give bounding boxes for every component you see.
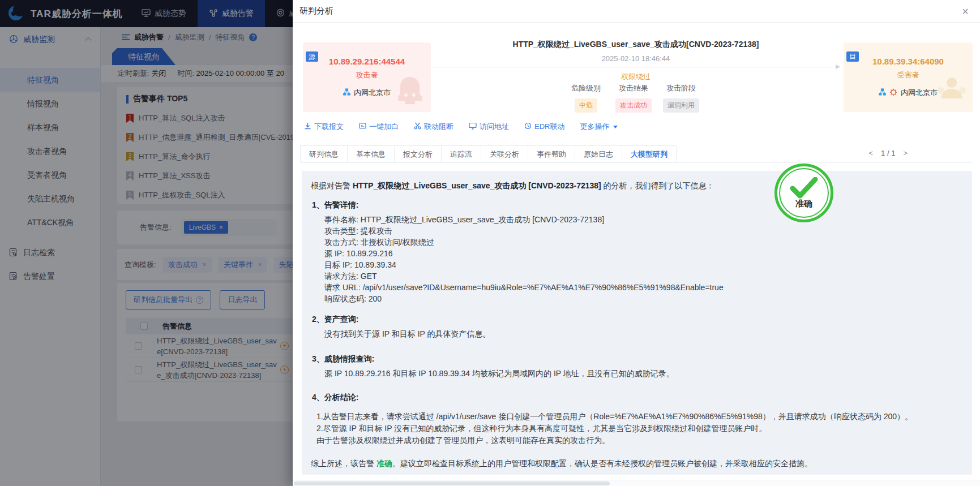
metric-attack-result: 攻击结果 攻击成功 bbox=[615, 83, 652, 113]
status-badge: 攻击成功 bbox=[615, 98, 652, 113]
metric-label: 危险级别 bbox=[571, 83, 601, 93]
action-label: EDR联动 bbox=[534, 122, 564, 132]
action-label: 联动阻断 bbox=[424, 122, 453, 132]
source-ip[interactable]: 10.89.29.216:44544 bbox=[303, 57, 431, 66]
accuracy-stamp: 准确 bbox=[774, 164, 833, 222]
status-badge: 中危 bbox=[575, 98, 597, 113]
virus-icon bbox=[889, 88, 897, 98]
tab-event-help[interactable]: 事件帮助 bbox=[528, 146, 575, 162]
detail-line: 攻击类型: 提权攻击 bbox=[324, 225, 958, 236]
llm-analysis-panel: 根据对告警 HTTP_权限绕过_LiveGBS_user_save_攻击成功 [… bbox=[302, 171, 972, 475]
monitor-icon bbox=[469, 122, 477, 131]
detail-line: 攻击方式: 非授权访问/权限绕过 bbox=[324, 236, 958, 248]
whitelist-button[interactable]: 一键加白 bbox=[359, 122, 399, 132]
intro-event-name: HTTP_权限绕过_LiveGBS_user_save_攻击成功 [CNVD-2… bbox=[353, 181, 601, 190]
action-label: 更多操作 bbox=[580, 122, 609, 132]
detail-line: 事件名称: HTTP_权限绕过_LiveGBS_user_save_攻击成功 [… bbox=[324, 214, 958, 225]
detail-line: 请求方法: GET bbox=[324, 270, 958, 282]
section-asset-query: 没有找到关于源 IP 和目标 IP 的具体资产信息。 bbox=[324, 328, 958, 339]
checkmark-icon bbox=[789, 177, 819, 201]
detail-line: 响应状态码: 200 bbox=[324, 293, 958, 304]
final-verdict-line: 综上所述，该告警 准确。建议立即检查目标系统上的用户管理和权限配置，确认是否有未… bbox=[311, 458, 958, 469]
scrollbar-thumb[interactable] bbox=[294, 481, 610, 485]
attack-direction-arrow bbox=[432, 67, 840, 67]
intro-suffix: 的分析，我们得到了以下信息： bbox=[601, 181, 714, 190]
conclusion-line: 2.尽管源 IP 和目标 IP 没有已知的威胁记录，但这种行为本身具有高度可疑性… bbox=[316, 423, 958, 435]
download-packet-button[interactable]: 下载报文 bbox=[304, 122, 344, 132]
section-title-asset-query: 2、资产查询: bbox=[312, 313, 958, 325]
metric-label: 攻击阶段 bbox=[663, 83, 699, 93]
tab-raw-log[interactable]: 原始日志 bbox=[575, 146, 622, 162]
conclusion-line: 由于告警涉及权限绕过并成功创建了管理员用户，这表明可能存在真实的攻击行为。 bbox=[316, 435, 958, 446]
whitelist-icon bbox=[359, 122, 366, 131]
drawer-actions: 下载报文 一键加白 联动阻断 访问地址 EDR联动 更多操作 bbox=[304, 122, 618, 132]
action-label: 下载报文 bbox=[314, 122, 344, 132]
section-alert-details: 事件名称: HTTP_权限绕过_LiveGBS_user_save_攻击成功 [… bbox=[324, 214, 958, 304]
detail-line: 源 IP 10.89.29.216 和目标 IP 10.89.39.34 均被标… bbox=[324, 368, 958, 379]
event-time: 2025-02-10 18:46:44 bbox=[434, 54, 837, 63]
horizontal-scrollbar[interactable] bbox=[293, 480, 980, 486]
tab-basic-info[interactable]: 基本信息 bbox=[348, 146, 395, 162]
stamp-label: 准确 bbox=[795, 199, 812, 209]
attack-type-label: 权限绕过 bbox=[434, 72, 837, 82]
tab-trace-flow[interactable]: 追踪流 bbox=[442, 146, 481, 162]
more-actions-button[interactable]: 更多操作 bbox=[580, 122, 618, 132]
tab-judgment-info[interactable]: 研判信息 bbox=[301, 146, 348, 162]
target-ip[interactable]: 10.89.39.34:64090 bbox=[844, 57, 973, 66]
drawer-title: 研判分析 bbox=[299, 6, 333, 16]
caret-down-icon bbox=[613, 126, 618, 128]
section-title-threat-intel: 3、威胁情报查询: bbox=[312, 353, 958, 364]
tab-llm-judgment[interactable]: 大模型研判 bbox=[622, 146, 676, 162]
source-card: 源 10.89.29.216:44544 攻击者 内网北京市 bbox=[303, 42, 431, 112]
tab-correlation-analysis[interactable]: 关联分析 bbox=[481, 146, 528, 162]
detail-line: 目标 IP: 10.89.39.34 bbox=[324, 259, 958, 270]
prev-page-button[interactable]: < bbox=[869, 149, 874, 157]
detail-line: 没有找到关于源 IP 和目标 IP 的具体资产信息。 bbox=[324, 328, 958, 339]
network-icon bbox=[879, 88, 886, 97]
download-icon bbox=[304, 122, 311, 131]
block-button[interactable]: 联动阻断 bbox=[414, 122, 453, 132]
edr-icon bbox=[524, 122, 532, 131]
verdict-suffix: 。建议立即检查目标系统上的用户管理和权限配置，确认是否有未经授权的管理员账户被创… bbox=[392, 459, 812, 468]
section-conclusion: 1.从告警日志来看，请求尝试通过 /api/v1/user/save 接口创建一… bbox=[316, 411, 958, 446]
conclusion-line: 1.从告警日志来看，请求尝试通过 /api/v1/user/save 接口创建一… bbox=[316, 411, 958, 423]
victim-watermark-icon bbox=[934, 74, 969, 110]
metric-label: 攻击结果 bbox=[615, 83, 652, 93]
detail-line: 源 IP: 10.89.29.216 bbox=[324, 248, 958, 259]
status-badge: 漏洞利用 bbox=[663, 98, 699, 113]
event-title: HTTP_权限绕过_LiveGBS_user_save_攻击成功[CNVD-20… bbox=[434, 40, 837, 50]
verdict-prefix: 综上所述，该告警 bbox=[311, 459, 376, 468]
target-badge: 目 bbox=[846, 51, 859, 62]
drawer-header: 研判分析 × bbox=[293, 0, 980, 23]
network-icon bbox=[343, 88, 350, 97]
source-badge: 源 bbox=[306, 51, 318, 62]
action-label: 访问地址 bbox=[480, 122, 509, 132]
close-icon[interactable]: × bbox=[962, 6, 969, 17]
section-threat-intel: 源 IP 10.89.29.216 和目标 IP 10.89.39.34 均被标… bbox=[324, 368, 958, 379]
metric-risk-level: 危险级别 中危 bbox=[571, 83, 601, 113]
detail-line: 请求 URL: /api/v1/user/save?ID&Username=hu… bbox=[324, 282, 958, 293]
page-indicator: 1 / 1 bbox=[881, 149, 895, 157]
hacker-watermark-icon bbox=[392, 74, 427, 110]
verdict-value: 准确 bbox=[376, 459, 392, 468]
edr-linkage-button[interactable]: EDR联动 bbox=[524, 122, 564, 132]
action-label: 一键加白 bbox=[369, 122, 399, 132]
tab-packet-analysis[interactable]: 报文分析 bbox=[395, 146, 442, 162]
intro-prefix: 根据对告警 bbox=[311, 181, 353, 190]
location-label: 内网北京市 bbox=[354, 88, 391, 98]
metric-attack-stage: 攻击阶段 漏洞利用 bbox=[663, 83, 699, 113]
location-label: 内网北京市 bbox=[901, 88, 938, 98]
visit-address-button[interactable]: 访问地址 bbox=[469, 122, 509, 132]
analysis-drawer: 研判分析 × 源 10.89.29.216:44544 攻击者 内网北京市 HT… bbox=[293, 0, 980, 486]
next-page-button[interactable]: > bbox=[903, 149, 908, 157]
analysis-intro: 根据对告警 HTTP_权限绕过_LiveGBS_user_save_攻击成功 [… bbox=[311, 180, 958, 191]
scissors-icon bbox=[414, 122, 421, 131]
section-title-alert-details: 1、告警详情: bbox=[312, 199, 958, 210]
target-card: 目 10.89.39.34:64090 受害者 内网北京市 bbox=[844, 42, 973, 112]
pagination: < 1 / 1 > bbox=[869, 149, 908, 157]
section-title-conclusion: 4、分析结论: bbox=[312, 392, 958, 403]
